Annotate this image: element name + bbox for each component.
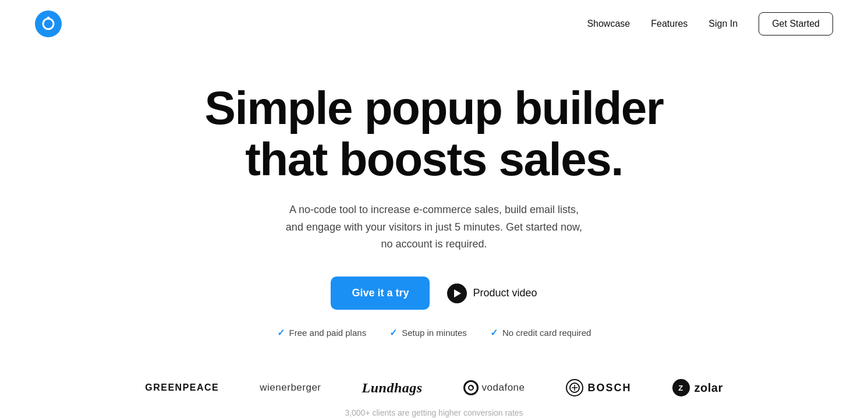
logo[interactable] (35, 10, 62, 37)
brands-caption: 3,000+ clients are getting higher conver… (345, 408, 523, 417)
video-button[interactable]: Product video (447, 284, 537, 303)
brand-greenpeace: GREENPEACE (145, 382, 219, 393)
nav-link-signin[interactable]: Sign In (708, 19, 738, 29)
logo-icon (35, 10, 62, 37)
svg-point-2 (47, 17, 50, 20)
brands-row: GREENPEACE wienerberger Lundhags vodafon… (145, 379, 722, 396)
hero-cta-group: Give it a try Product video (331, 277, 537, 310)
badge-no-card: ✓ No credit card required (490, 327, 591, 338)
hero-title-line2: that boosts sales. (245, 133, 623, 185)
badge-label-1: Free and paid plans (289, 328, 367, 338)
badge-label-3: No credit card required (502, 328, 591, 338)
get-started-button[interactable]: Get Started (759, 12, 833, 36)
vodafone-icon (463, 380, 479, 395)
play-icon (447, 284, 467, 303)
checkmark-icon-1: ✓ (277, 327, 285, 338)
brand-lundhags: Lundhags (362, 380, 423, 396)
trust-badges: ✓ Free and paid plans ✓ Setup in minutes… (277, 327, 591, 338)
video-button-label: Product video (473, 287, 537, 299)
badge-free-plans: ✓ Free and paid plans (277, 327, 367, 338)
checkmark-icon-2: ✓ (389, 327, 397, 338)
badge-setup: ✓ Setup in minutes (389, 327, 467, 338)
bosch-icon (566, 379, 583, 396)
hero-subtitle: A no-code tool to increase e-commerce sa… (280, 201, 589, 253)
play-triangle (454, 289, 461, 297)
brand-wienerberger: wienerberger (260, 382, 321, 394)
badge-label-2: Setup in minutes (402, 328, 467, 338)
nav-link-showcase[interactable]: Showcase (587, 19, 630, 29)
hero-title-line1: Simple popup builder (205, 82, 664, 134)
brands-section: GREENPEACE wienerberger Lundhags vodafon… (0, 356, 868, 418)
brand-vodafone: vodafone (463, 380, 525, 395)
hero-section: Simple popup builder that boosts sales. … (0, 48, 868, 356)
checkmark-icon-3: ✓ (490, 327, 498, 338)
hero-title: Simple popup builder that boosts sales. (205, 83, 664, 185)
nav-link-features[interactable]: Features (651, 19, 688, 29)
navbar: Showcase Features Sign In Get Started (0, 0, 868, 48)
brand-zolar: Z zolar (672, 379, 723, 396)
zolar-icon: Z (672, 379, 690, 396)
svg-point-1 (47, 22, 50, 26)
try-button[interactable]: Give it a try (331, 277, 430, 310)
brand-bosch: BOSCH (566, 379, 632, 396)
